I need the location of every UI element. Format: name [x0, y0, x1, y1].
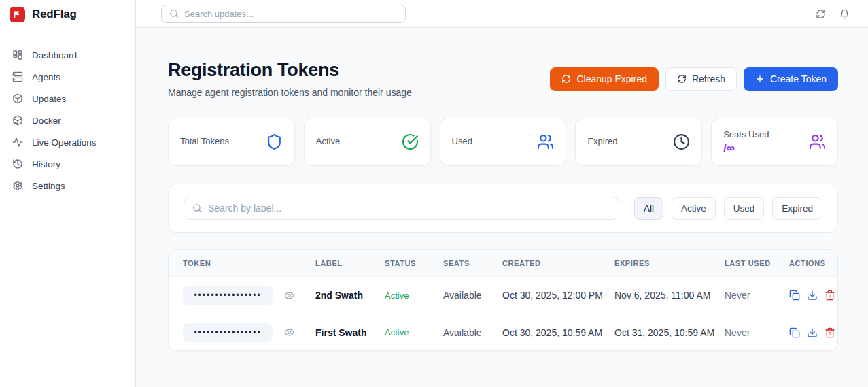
filter-chip-active[interactable]: Active	[672, 197, 716, 220]
stat-card-expired: Expired	[575, 118, 702, 166]
sidebar-item-label: Live Operations	[32, 137, 97, 148]
eye-icon[interactable]	[284, 327, 294, 337]
label-search-input[interactable]: Search by label...	[184, 197, 619, 220]
stat-card-total-tokens: Total Tokens	[168, 118, 295, 166]
sidebar-item-live-operations[interactable]: Live Operations	[0, 131, 135, 153]
filter-group: All Active Used Expired	[634, 197, 822, 220]
stat-card-seats-used: Seats Used /∞	[711, 118, 838, 166]
refresh-icon	[677, 74, 687, 84]
users-icon	[809, 127, 826, 157]
main-area: Search updates... Registration Tokens Ma…	[136, 0, 868, 387]
seats-value: Available	[443, 327, 502, 338]
sidebar-item-label: Dashboard	[32, 50, 77, 61]
filter-chip-expired[interactable]: Expired	[772, 197, 822, 220]
stat-card-used: Used	[440, 118, 567, 166]
status-badge: Active	[385, 290, 443, 301]
container-icon	[12, 115, 23, 126]
redflag-logo-icon	[10, 7, 25, 22]
global-search-input[interactable]: Search updates...	[161, 5, 406, 23]
stat-label: Used	[452, 136, 472, 146]
sidebar-item-docker[interactable]: Docker	[0, 110, 135, 131]
sidebar-item-settings[interactable]: Settings	[0, 175, 135, 197]
sidebar: RedFlag Dashboard Agents Updates	[0, 0, 136, 387]
content: Registration Tokens Manage agent registr…	[136, 28, 868, 387]
stat-card-active: Active	[304, 118, 431, 166]
sidebar-item-label: Docker	[32, 116, 61, 126]
dashboard-icon	[12, 50, 23, 61]
download-icon[interactable]	[807, 327, 818, 338]
shield-icon	[266, 127, 283, 157]
brand-name: RedFlag	[32, 7, 77, 21]
copy-icon[interactable]	[789, 327, 800, 338]
expires-value: Nov 6, 2025, 11:00 AM	[614, 290, 725, 301]
expires-value: Oct 31, 2025, 10:59 AM	[614, 327, 725, 338]
search-icon	[169, 9, 179, 18]
sidebar-item-label: Agents	[32, 72, 60, 82]
created-value: Oct 30, 2025, 10:59 AM	[502, 327, 614, 338]
copy-icon[interactable]	[789, 290, 800, 301]
sidebar-item-agents[interactable]: Agents	[0, 66, 135, 88]
column-header-last-used: LAST USED	[725, 259, 789, 267]
sidebar-item-history[interactable]: History	[0, 153, 135, 175]
stats-row: Total Tokens Active	[168, 118, 838, 166]
trash-icon[interactable]	[824, 327, 835, 338]
cleanup-expired-label: Cleanup Expired	[576, 73, 647, 84]
refresh-button[interactable]: Refresh	[665, 67, 737, 91]
sidebar-item-label: History	[32, 159, 60, 169]
refresh-icon[interactable]	[816, 9, 826, 19]
app-window: RedFlag Dashboard Agents Updates	[0, 0, 868, 387]
page-header: Registration Tokens Manage agent registr…	[168, 60, 838, 98]
topbar-actions	[816, 9, 850, 19]
create-token-label: Create Token	[770, 73, 827, 84]
filter-chip-used[interactable]: Used	[724, 197, 765, 220]
column-header-status: STATUS	[385, 259, 443, 267]
stat-label: Seats Used	[723, 129, 769, 139]
refresh-label: Refresh	[692, 73, 725, 84]
page-title: Registration Tokens	[168, 60, 412, 81]
column-header-expires: EXPIRES	[614, 259, 725, 267]
search-icon	[192, 203, 202, 213]
sidebar-item-dashboard[interactable]: Dashboard	[0, 44, 135, 66]
package-icon	[12, 93, 23, 104]
stat-value: /∞	[723, 141, 769, 155]
filter-chip-all[interactable]: All	[634, 197, 663, 220]
tokens-table: TOKEN LABEL STATUS SEATS CREATED EXPIRES…	[168, 249, 838, 351]
global-search-placeholder: Search updates...	[184, 9, 254, 19]
topbar: Search updates...	[136, 0, 868, 28]
table-header-row: TOKEN LABEL STATUS SEATS CREATED EXPIRES…	[169, 250, 837, 277]
download-icon[interactable]	[807, 290, 818, 301]
sidebar-item-label: Settings	[32, 181, 65, 191]
activity-icon	[12, 137, 23, 148]
history-icon	[12, 158, 23, 169]
row-actions	[789, 290, 837, 301]
table-row: •••••••••••••••• 2nd Swath Active Availa…	[169, 277, 837, 314]
stat-label: Active	[316, 136, 340, 146]
token-label: 2nd Swath	[315, 290, 385, 301]
server-icon	[12, 71, 23, 82]
refresh-icon	[561, 74, 571, 84]
sidebar-item-updates[interactable]: Updates	[0, 88, 135, 110]
check-circle-icon	[402, 127, 419, 157]
bell-icon[interactable]	[839, 9, 850, 19]
seats-value: Available	[443, 290, 502, 301]
label-search-placeholder: Search by label...	[208, 203, 281, 214]
clock-icon	[673, 127, 690, 157]
column-header-created: CREATED	[502, 259, 614, 267]
table-row: •••••••••••••••• First Swath Active Avai…	[169, 314, 837, 350]
header-actions: Cleanup Expired Refresh Create Token	[550, 67, 838, 91]
column-header-actions: ACTIONS	[789, 259, 837, 267]
created-value: Oct 30, 2025, 12:00 PM	[502, 290, 614, 301]
column-header-seats: SEATS	[443, 259, 502, 267]
trash-icon[interactable]	[824, 290, 835, 301]
cleanup-expired-button[interactable]: Cleanup Expired	[550, 67, 659, 91]
page-subtitle: Manage agent registration tokens and mon…	[168, 87, 412, 98]
eye-icon[interactable]	[284, 290, 294, 301]
token-mask: ••••••••••••••••	[183, 286, 273, 305]
users-icon	[537, 127, 554, 157]
row-actions	[789, 327, 837, 338]
gear-icon	[12, 180, 23, 191]
token-mask: ••••••••••••••••	[183, 323, 273, 342]
last-used-value: Never	[725, 290, 789, 301]
sidebar-nav: Dashboard Agents Updates Docker	[0, 29, 135, 197]
create-token-button[interactable]: Create Token	[744, 67, 838, 91]
